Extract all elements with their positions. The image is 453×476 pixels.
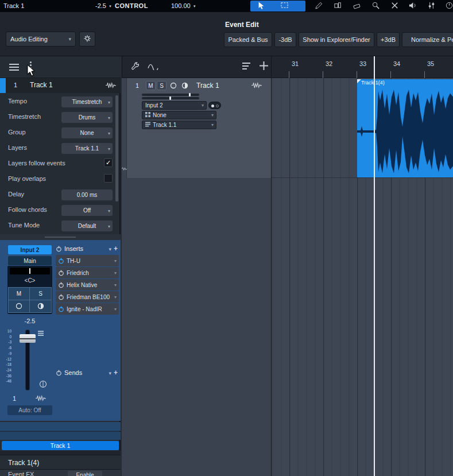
pencil-tool-icon[interactable] bbox=[315, 1, 323, 11]
splitter-grip[interactable] bbox=[45, 237, 76, 238]
eraser-tool-icon[interactable] bbox=[353, 1, 361, 11]
volume-thumb[interactable] bbox=[189, 93, 191, 96]
insert-slot[interactable]: Friedman BE100 bbox=[56, 291, 119, 303]
layer-dropdown[interactable]: Track 1.1 bbox=[142, 121, 216, 129]
power-icon[interactable] bbox=[58, 270, 64, 276]
topbar-tempo-dropdown[interactable]: 100.00 bbox=[171, 2, 196, 9]
show-in-explorer-button[interactable]: Show in Explorer/Finder bbox=[299, 32, 374, 47]
normalize-button[interactable]: Normalize & Peak bbox=[402, 32, 453, 47]
sends-header[interactable]: Sends bbox=[56, 367, 119, 378]
tune-mode-dropdown[interactable]: Default bbox=[61, 220, 113, 231]
power-icon[interactable] bbox=[58, 306, 64, 312]
mute-tool-icon[interactable] bbox=[390, 1, 399, 11]
record-monitor-toggle[interactable] bbox=[208, 102, 221, 109]
plus-3db-button[interactable]: +3dB bbox=[377, 32, 400, 47]
record-enable-button[interactable] bbox=[8, 300, 30, 313]
group-dropdown[interactable]: None bbox=[61, 127, 113, 138]
arrange-monitor-icon[interactable] bbox=[181, 82, 188, 90]
collapsed-panel-row[interactable] bbox=[0, 422, 121, 431]
insert-slot[interactable]: Helix Native bbox=[56, 279, 119, 291]
layers-follow-checkbox[interactable]: ✓ bbox=[104, 158, 113, 167]
ruler-mark: 31 bbox=[292, 60, 299, 67]
add-insert-icon[interactable] bbox=[114, 245, 118, 253]
volume-mini-slider[interactable] bbox=[142, 94, 199, 96]
arrange-track-list[interactable]: 1 M S Track 1 Input 2 None Track 1.1 bbox=[122, 78, 271, 178]
selection-tools-group[interactable] bbox=[250, 1, 305, 11]
object-selection-tool-icon[interactable] bbox=[257, 1, 265, 11]
minus-3db-button[interactable]: -3dB bbox=[274, 32, 296, 47]
inspector-track-header[interactable] bbox=[0, 78, 121, 93]
panner-icon[interactable] bbox=[39, 380, 47, 389]
track-list-icon[interactable] bbox=[242, 63, 251, 71]
glue-tool-icon[interactable] bbox=[334, 1, 342, 11]
inserts-header[interactable]: Inserts bbox=[56, 243, 119, 254]
output-routing-dropdown[interactable]: None bbox=[142, 111, 216, 119]
gain-value[interactable]: -2.5 bbox=[7, 317, 52, 325]
event-start-handle[interactable] bbox=[357, 79, 361, 83]
pan-slider-thumb[interactable] bbox=[29, 268, 30, 274]
power-icon[interactable] bbox=[58, 258, 64, 264]
power-icon[interactable] bbox=[56, 246, 62, 252]
solo-button[interactable]: S bbox=[29, 287, 52, 300]
input-routing-dropdown[interactable]: Input 2 bbox=[142, 101, 207, 110]
scrub-tool-icon[interactable] bbox=[445, 1, 453, 11]
arrange-record-icon[interactable] bbox=[170, 82, 177, 90]
play-overlaps-checkbox[interactable] bbox=[104, 174, 113, 183]
add-send-icon[interactable] bbox=[114, 369, 118, 377]
scale-mark: 10 bbox=[7, 330, 11, 334]
fader-tool-icon[interactable] bbox=[427, 1, 436, 11]
track-select-bar[interactable]: Track 1 bbox=[2, 441, 119, 450]
kebab-menu-icon[interactable] bbox=[30, 61, 32, 63]
audio-event[interactable]: Track 1(4) bbox=[357, 79, 453, 177]
topbar-value-dropdown[interactable]: -2.5 bbox=[95, 2, 112, 9]
collapsed-panel-row[interactable] bbox=[0, 432, 121, 440]
timestretch-dropdown[interactable]: Drums bbox=[61, 112, 113, 123]
add-track-plus-icon[interactable] bbox=[259, 61, 269, 72]
bar-line bbox=[323, 78, 324, 476]
insert-name: Ignite - NadIR bbox=[67, 306, 102, 312]
hamburger-menu-icon[interactable] bbox=[9, 64, 19, 65]
chevron-down-icon[interactable] bbox=[109, 369, 111, 376]
pan-slider[interactable] bbox=[10, 268, 50, 274]
input-routing-button[interactable]: Input 2 bbox=[8, 245, 52, 254]
playhead-cursor[interactable] bbox=[374, 56, 375, 476]
range-selection-tool-icon[interactable] bbox=[280, 1, 289, 11]
mute-button[interactable]: M bbox=[8, 287, 30, 300]
chevron-down-icon[interactable] bbox=[109, 245, 111, 252]
automation-button[interactable]: Auto: Off bbox=[7, 405, 52, 415]
waveform-mode-icon[interactable] bbox=[148, 63, 158, 71]
insert-slot[interactable]: TH-U bbox=[56, 255, 119, 266]
enable-button[interactable]: Enable bbox=[68, 471, 102, 476]
tempo-dropdown[interactable]: Timestretch bbox=[61, 96, 113, 107]
power-icon[interactable] bbox=[58, 282, 64, 288]
editing-mode-select[interactable]: Audio Editing bbox=[6, 32, 76, 47]
track-name[interactable]: Track 1 bbox=[30, 81, 53, 89]
follow-chords-dropdown[interactable]: Off bbox=[61, 205, 113, 216]
inspector-scrollbar[interactable] bbox=[115, 95, 118, 202]
pan-value[interactable]: <C> bbox=[7, 276, 52, 285]
arrange-mute-button[interactable]: M bbox=[146, 81, 156, 90]
delay-value-field[interactable]: 0.00 ms bbox=[61, 189, 113, 200]
layers-dropdown[interactable]: Track 1.1 bbox=[61, 143, 113, 154]
monitor-button[interactable] bbox=[29, 300, 52, 313]
speaker-tool-icon[interactable] bbox=[408, 1, 417, 11]
arrange-solo-button[interactable]: S bbox=[157, 81, 167, 90]
insert-slot[interactable]: Friedrich bbox=[56, 267, 119, 278]
row-label-delay: Delay bbox=[8, 191, 24, 198]
pan-thumb[interactable] bbox=[169, 96, 171, 100]
track-list-empty-area[interactable] bbox=[122, 178, 271, 476]
ruler-tick bbox=[390, 71, 391, 78]
pan-mini-slider[interactable] bbox=[142, 97, 199, 99]
output-routing-button[interactable]: Main bbox=[8, 256, 52, 265]
settings-gear-button[interactable] bbox=[79, 32, 95, 47]
insert-slot[interactable]: Ignite - NadIR bbox=[56, 303, 119, 315]
scale-mark: -36 bbox=[6, 374, 11, 378]
arrange-track-name[interactable]: Track 1 bbox=[196, 82, 219, 90]
power-icon[interactable] bbox=[56, 370, 62, 376]
setup-wrench-icon[interactable] bbox=[130, 61, 140, 72]
packed-bus-button[interactable]: Packed & Bus bbox=[224, 32, 272, 47]
event-section-header[interactable]: Track 1(4) bbox=[0, 455, 121, 470]
fader-handle[interactable] bbox=[20, 334, 36, 343]
zoom-tool-icon[interactable] bbox=[371, 1, 380, 11]
power-icon[interactable] bbox=[58, 294, 64, 300]
